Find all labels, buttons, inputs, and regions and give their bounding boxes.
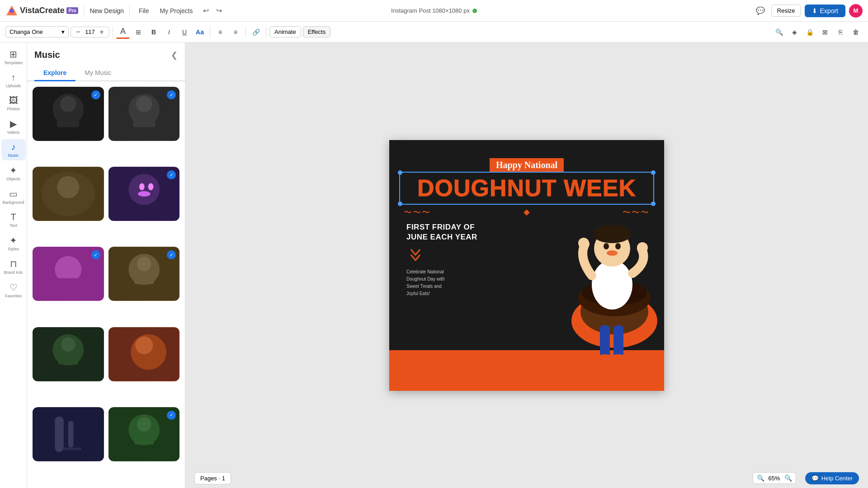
divider-1	[84, 5, 84, 16]
tab-my-music[interactable]: My Music	[75, 66, 120, 81]
music-panel: Music ❮ Explore My Music Autumn ✓	[27, 42, 185, 488]
right-format-icons: 🔍 ◈ 🔒 ⊠ ⎘ 🗑	[772, 25, 863, 39]
pro-badge: Pro	[66, 7, 79, 14]
brand-kits-label: Brand Kits	[4, 270, 23, 275]
uploads-icon: ↑	[11, 72, 16, 83]
music-card-bass[interactable]: Bass	[33, 407, 104, 461]
sidebar-item-templates[interactable]: ⊞ Templates	[1, 46, 26, 68]
music-card-ambient[interactable]: Ambient	[108, 327, 180, 381]
sidebar-item-background[interactable]: ▭ Background	[1, 186, 26, 207]
handle-tr[interactable]	[651, 170, 656, 175]
text-spacing-button[interactable]: ⊞	[132, 25, 145, 39]
help-center-button[interactable]: 💬 Help Center	[805, 472, 859, 484]
svg-point-53	[604, 243, 609, 249]
svg-rect-20	[50, 278, 86, 296]
undo-button[interactable]: ↩	[200, 5, 212, 17]
text-icon: T	[10, 212, 16, 222]
font-size-control: − 117 +	[71, 27, 109, 38]
resize-button[interactable]: Resize	[771, 5, 801, 17]
doughnut-week-inner: DOUGHNUT WEEK	[400, 173, 653, 204]
underline-button[interactable]: U	[178, 25, 191, 39]
copy-button[interactable]: ⎘	[834, 25, 847, 39]
svg-point-23	[137, 257, 151, 272]
sep2	[210, 27, 210, 38]
music-card-breakbeat[interactable]: Breakbeat ✓	[108, 407, 180, 461]
align-center-button[interactable]: ≡	[229, 25, 242, 39]
link-button[interactable]: 🔗	[249, 25, 263, 39]
sidebar-item-styles[interactable]: ✦ Styles	[1, 232, 26, 254]
templates-label: Templates	[4, 61, 23, 65]
happy-national-text: Happy National	[490, 158, 564, 172]
crop-button[interactable]: ⊠	[818, 25, 832, 39]
travel-check: ✓	[167, 90, 176, 99]
svg-point-8	[136, 96, 152, 112]
handle-br[interactable]	[651, 202, 656, 206]
handle-bl[interactable]	[398, 202, 402, 206]
font-selector[interactable]: Changa One ▾	[5, 26, 69, 38]
font-dropdown-icon: ▾	[61, 28, 65, 35]
music-card-autumn[interactable]: Autumn ✓	[33, 87, 104, 141]
layers-button[interactable]: ◈	[788, 25, 801, 39]
svg-point-49	[611, 354, 626, 361]
text-aa-button[interactable]: Aa	[193, 25, 207, 39]
videos-icon: ▶	[10, 118, 17, 129]
search-format-button[interactable]: 🔍	[772, 25, 786, 39]
export-button[interactable]: ⬇ Export	[805, 5, 845, 17]
italic-button[interactable]: I	[162, 25, 176, 39]
music-card-scary[interactable]: Scary ✓	[108, 167, 180, 221]
sidebar-item-text[interactable]: T Text	[1, 209, 26, 230]
music-icon: ♪	[11, 142, 16, 152]
sidebar-item-photos[interactable]: 🖼 Photos	[1, 93, 26, 114]
tab-explore[interactable]: Explore	[34, 66, 75, 81]
sidebar-item-music[interactable]: ♪ Music	[1, 139, 26, 160]
wavy-lines: 〜〜〜 ◆ 〜〜〜	[389, 207, 664, 218]
text-color-button[interactable]: A	[116, 25, 130, 39]
font-name: Changa One	[9, 28, 43, 35]
uploads-label: Uploads	[6, 84, 21, 88]
zoom-in-button[interactable]: 🔍	[784, 474, 792, 482]
comments-button[interactable]: 💬	[753, 5, 768, 17]
music-card-calm[interactable]: Calm ✓	[108, 247, 180, 301]
svg-rect-34	[68, 421, 74, 447]
font-size-decrease[interactable]: −	[74, 28, 83, 36]
zoom-out-button[interactable]: 🔍	[757, 474, 764, 482]
text-label: Text	[9, 223, 17, 228]
sidebar-item-brand-kits[interactable]: ⊓ Brand Kits	[1, 256, 26, 277]
videos-label: Videos	[7, 130, 19, 135]
objects-label: Objects	[6, 177, 20, 181]
music-card-kids[interactable]: Kids ✓	[33, 247, 104, 301]
effects-button[interactable]: Effects	[303, 26, 331, 38]
my-projects-menu[interactable]: My Projects	[156, 5, 196, 16]
font-size-increase[interactable]: +	[97, 28, 106, 36]
sidebar-item-videos[interactable]: ▶ Videos	[1, 116, 26, 137]
delete-button[interactable]: 🗑	[849, 25, 863, 39]
pages-button[interactable]: Pages · 1	[194, 472, 231, 484]
sidebar-item-uploads[interactable]: ↑ Uploads	[1, 70, 26, 91]
doughnut-week-container[interactable]: DOUGHNUT WEEK	[399, 172, 654, 205]
panel-close-button[interactable]: ❮	[171, 50, 178, 60]
music-card-focus[interactable]: Focus	[33, 327, 104, 381]
focus-thumbnail	[33, 327, 104, 381]
avatar[interactable]: M	[849, 4, 863, 18]
design-canvas[interactable]: Happy National DOUGHNUT WEEK 〜〜〜 ◆ 〜〜〜	[389, 140, 664, 391]
main-area: ⊞ Templates ↑ Uploads 🖼 Photos ▶ Videos …	[0, 42, 868, 488]
redo-button[interactable]: ↪	[213, 5, 225, 17]
sidebar-item-favorites[interactable]: ♡ Favorites	[1, 279, 26, 301]
lock-button[interactable]: 🔒	[803, 25, 816, 39]
celebrate-text: Celebrate NationalDoughnut Day withSweet…	[406, 268, 506, 297]
topbar: VistaCreate Pro New Design File My Proje…	[0, 0, 868, 22]
icon-sidebar: ⊞ Templates ↑ Uploads 🖼 Photos ▶ Videos …	[0, 42, 27, 488]
right-actions: 💬 Resize ⬇ Export M	[753, 4, 863, 18]
align-left-button[interactable]: ≡	[213, 25, 227, 39]
handle-tl[interactable]	[398, 170, 402, 175]
bold-button[interactable]: B	[147, 25, 160, 39]
help-icon: 💬	[811, 475, 819, 482]
file-menu[interactable]: File	[135, 5, 153, 16]
sep4	[266, 27, 266, 38]
breakbeat-check: ✓	[167, 411, 176, 420]
svg-point-38	[137, 417, 151, 432]
animate-button[interactable]: Animate	[269, 26, 301, 38]
music-card-travel[interactable]: Travel ✓	[108, 87, 180, 141]
music-card-dreamy[interactable]: Dreamy	[33, 167, 104, 221]
sidebar-item-objects[interactable]: ✦ Objects	[1, 162, 26, 184]
